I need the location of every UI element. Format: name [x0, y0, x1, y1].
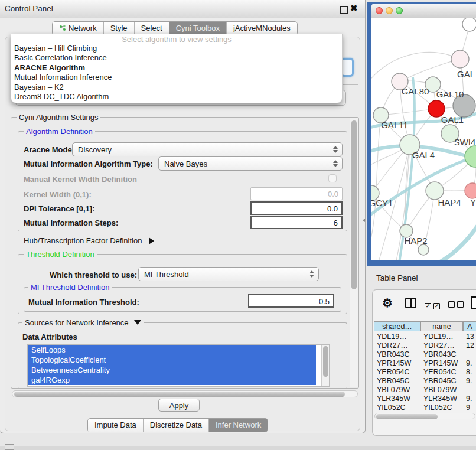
table-cell[interactable]: YLR345W	[377, 394, 420, 403]
settings-hscrollbar-thumb[interactable]	[14, 392, 345, 397]
table-cell[interactable]: YIL052C	[423, 403, 463, 412]
control-panel-titlebar[interactable]: Control Panel ✖	[0, 0, 365, 18]
minimize-traffic-light-icon[interactable]	[386, 7, 393, 14]
table-cell[interactable]: YIL052C	[377, 403, 420, 412]
algorithm-option[interactable]: Bayesian – K2	[11, 83, 342, 92]
table-cell[interactable]: YLR345W	[423, 394, 463, 403]
which-threshold-combo[interactable]: MI Threshold	[138, 267, 319, 281]
close-icon[interactable]: ✖	[350, 3, 358, 14]
algorithm-option[interactable]: ARACNE Algorithm	[11, 63, 342, 73]
algorithm-option[interactable]: Dream8 DC_TDC Algorithm	[11, 92, 342, 102]
mi-algorithm-type-combo[interactable]: Naive Bayes	[158, 156, 343, 171]
gear-icon[interactable]: ⚙	[382, 296, 393, 310]
unchecked-columns-icon[interactable]	[448, 301, 464, 309]
table-cell[interactable]: YBR045C	[377, 377, 420, 386]
table-cell[interactable]: YPR145W	[377, 359, 420, 368]
table-cell[interactable]: YDR27…	[377, 341, 420, 350]
zoom-traffic-light-icon[interactable]	[396, 7, 403, 14]
table-cell[interactable]: YPR145W	[423, 359, 463, 368]
table-cell[interactable]: YER054C	[423, 368, 463, 377]
table-cell[interactable]: YBR045C	[423, 377, 463, 386]
tab-style[interactable]: Style	[104, 22, 135, 35]
table-cell[interactable]: YBR043C	[423, 350, 463, 359]
table-cell[interactable]	[466, 350, 476, 359]
aracne-mode-combo[interactable]: Discovery	[72, 142, 343, 156]
network-window-titlebar[interactable]	[371, 4, 476, 18]
table-column-header[interactable]: shared…	[374, 321, 420, 331]
table-cell[interactable]	[466, 386, 476, 394]
table-cell[interactable]: YER054C	[377, 368, 420, 377]
table-cell[interactable]: YBL079W	[377, 386, 420, 394]
float-window-icon[interactable]	[340, 6, 348, 14]
collapsed-panel-icon[interactable]	[5, 444, 14, 450]
which-threshold-value: MI Threshold	[144, 270, 189, 279]
table-cell[interactable]: 9.	[466, 377, 476, 386]
table-cell[interactable]: 8.	[466, 368, 476, 377]
table-cell[interactable]: YBL079W	[423, 386, 463, 394]
network-node[interactable]	[451, 50, 469, 68]
export-table-icon[interactable]	[471, 296, 476, 309]
network-node-label: GAL11	[381, 120, 408, 130]
close-traffic-light-icon[interactable]	[376, 7, 383, 14]
network-node[interactable]	[462, 18, 476, 31]
tab-network[interactable]: Network	[53, 22, 104, 35]
table-cell[interactable]: 13	[466, 332, 476, 341]
table-hscrollbar-thumb[interactable]	[376, 414, 438, 419]
table-cell[interactable]: YDL19…	[423, 332, 463, 341]
algorithm-option[interactable]: Bayesian – Hill Climbing	[11, 44, 342, 53]
tab-infer-network[interactable]: Infer Network	[209, 419, 268, 432]
settings-horizontal-scrollbar[interactable]	[12, 390, 358, 397]
checked-columns-icon[interactable]: ✓✓	[425, 301, 440, 309]
control-panel-title: Control Panel	[5, 4, 53, 13]
table-cell[interactable]: 9.	[466, 359, 476, 368]
tab-cyni-toolbox[interactable]: Cyni Toolbox	[169, 22, 227, 35]
table-cell[interactable]: 12	[466, 341, 476, 350]
table-cell[interactable]: YDR27…	[423, 341, 463, 350]
settings-vertical-scrollbar[interactable]	[350, 118, 358, 387]
attribute-item[interactable]: gal4RGexp	[28, 375, 316, 385]
table-cell[interactable]: YBR043C	[377, 350, 420, 359]
settings-scrollbar-thumb[interactable]	[351, 120, 357, 289]
mi-algorithm-type-value: Naive Bayes	[164, 159, 207, 168]
attribute-item[interactable]: SelfLoops	[28, 345, 316, 355]
tab-jactivemnodules[interactable]: jActiveMNodules	[227, 22, 297, 35]
hub-definition-disclosure[interactable]: Hub/Transcription Factor Definition	[24, 236, 154, 245]
network-view-window: GALGAL80GAL10GAL1GAL11SWI4GAL4GCY1HAP4YH…	[367, 2, 476, 266]
split-pane-handle[interactable]	[363, 217, 366, 223]
algorithm-option[interactable]: Basic Correlation Inference	[11, 53, 342, 63]
table-cell[interactable]: 9.	[466, 394, 476, 403]
columns-icon[interactable]	[405, 298, 416, 308]
algorithm-option[interactable]: Mutual Information Inference	[11, 73, 342, 82]
network-node-label: GAL10	[436, 89, 464, 99]
manual-kernel-width-checkbox[interactable]	[328, 174, 337, 182]
network-node-label: Y	[470, 197, 476, 207]
table-column-header[interactable]: A	[463, 321, 476, 331]
tab-discretize-data[interactable]: Discretize Data	[144, 419, 209, 432]
attributes-scrollbar-thumb[interactable]	[323, 346, 328, 377]
mi-steps-field[interactable]: 6	[250, 216, 343, 229]
control-panel-window: Control Panel ✖ NetworkStyleSelectCyni T…	[0, 0, 366, 433]
disclosure-down-icon	[134, 320, 141, 325]
network-node[interactable]	[418, 244, 429, 255]
network-node-label: GAL1	[441, 115, 464, 125]
table-horizontal-scrollbar[interactable]	[374, 413, 475, 419]
tab-select[interactable]: Select	[135, 22, 169, 35]
attribute-item[interactable]: BetweennessCentrality	[28, 365, 316, 375]
attributes-scrollbar[interactable]	[321, 345, 329, 386]
tab-impute-data[interactable]: Impute Data	[88, 419, 144, 432]
attribute-item[interactable]: TopologicalCoefficient	[28, 355, 316, 365]
table-cell[interactable]: 9	[466, 403, 476, 412]
network-canvas[interactable]: GALGAL80GAL10GAL1GAL11SWI4GAL4GCY1HAP4YH…	[371, 18, 476, 260]
sources-disclosure[interactable]: Sources for Network Inference	[22, 318, 144, 327]
table-cell[interactable]: YDL19…	[377, 332, 420, 341]
table-panel-title: Table Panel	[376, 273, 418, 282]
apply-button[interactable]: Apply	[158, 399, 200, 412]
network-node-label: GAL80	[402, 86, 429, 96]
network-node[interactable]	[465, 146, 476, 167]
dpi-tolerance-field[interactable]: 0.0	[250, 201, 343, 215]
mi-threshold-field[interactable]: 0.5	[248, 294, 334, 308]
network-node[interactable]	[465, 183, 476, 198]
bottom-tabbar: Impute DataDiscretize DataInfer Network	[87, 418, 268, 432]
kernel-width-field[interactable]: 0.0	[250, 187, 343, 200]
table-column-header[interactable]: name	[420, 321, 463, 331]
